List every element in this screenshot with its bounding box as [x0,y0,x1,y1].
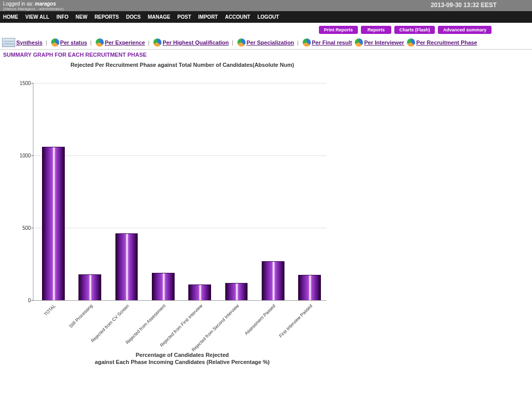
separator: | [297,39,299,46]
sheet-icon [2,38,15,47]
section-title: SUMMARY GRAPH FOR EACH RECRUITMENT PHASE [0,50,532,60]
charts-flash-button[interactable]: Charts (Flash) [394,26,435,34]
separator: | [46,39,47,46]
tab-per-experience[interactable]: Per Experience [105,39,145,46]
y-axis-tick-label: 1000 [13,153,31,158]
login-prefix: Logged in as: [3,1,35,7]
tab-per-final-result[interactable]: Per Final result [312,39,352,46]
pie-chart-icon [96,38,104,47]
top-bar: Logged in as: maragos (Manos Maragkos - … [0,0,532,11]
pie-chart-icon [407,38,415,47]
gridline [33,83,326,84]
main-menu: HOME VIEW ALL INFO NEW REPORTS DOCS MANA… [0,11,532,23]
advanced-summary-button[interactable]: Advanced summary [438,26,492,34]
chart-plot-area: 050010001500TOTALStill ProcessingRejecte… [33,83,326,301]
chart-bar [152,273,175,300]
chart-bar [225,283,248,300]
y-axis-tick-mark [31,300,33,301]
tab-per-recruitment-phase[interactable]: Per Recruitment Phase [416,39,477,46]
login-info: Logged in as: maragos (Manos Maragkos - … [3,1,64,11]
separator: | [90,39,92,46]
x-axis-category-label: First Interview Passed [278,303,313,339]
x-axis-category-label: Rejected from Assessment [125,303,167,345]
pie-chart-icon [355,38,363,47]
chart-bar [188,284,211,300]
y-axis-tick-label: 500 [13,225,31,231]
menu-home[interactable]: HOME [3,14,18,20]
menu-info[interactable]: INFO [56,14,68,20]
menu-manage[interactable]: MANAGE [148,14,170,20]
gridline [33,155,326,156]
second-chart-title-line1: Percentage of Candidates Rejected [136,352,229,358]
second-chart-title: Percentage of Candidates Rejected agains… [20,351,344,366]
menu-import[interactable]: IMPORT [198,14,218,20]
tab-per-status[interactable]: Per status [60,39,87,46]
second-chart-title-line2: against Each Phase Incoming Candidates (… [95,359,269,365]
y-axis-tick-label: 0 [13,298,31,303]
x-axis-category-label: TOTAL [43,303,57,317]
y-axis-tick-mark [31,83,33,84]
separator: | [232,39,233,46]
pie-chart-icon [237,38,245,47]
x-axis-category-label: Assessment Passed [244,303,277,336]
tab-per-interviewer[interactable]: Per Interviewer [364,39,404,46]
print-reports-button[interactable]: Print Reports [319,26,358,34]
chart-bar [42,147,65,300]
reports-button[interactable]: Reports [361,26,391,34]
action-buttons-row: Print Reports Reports Charts (Flash) Adv… [0,23,532,37]
chart-bar [115,233,138,300]
login-username: maragos [35,1,56,7]
pie-chart-icon [51,38,59,47]
menu-viewall[interactable]: VIEW ALL [25,14,49,20]
login-subline: (Manos Maragkos - administrator) [3,7,64,11]
menu-post[interactable]: POST [177,14,191,20]
y-axis-tick-mark [31,228,33,228]
tab-per-specialization[interactable]: Per Specialization [247,39,294,46]
chart-title: Rejected Per Recruitment Phase against T… [20,62,344,68]
chart-bar [78,274,101,300]
y-axis-tick-label: 1500 [13,80,31,86]
menu-reports[interactable]: REPORTS [95,14,119,20]
y-axis-tick-mark [31,155,33,156]
pie-chart-icon [153,38,161,47]
chart-container: 050010001500TOTALStill ProcessingRejecte… [5,83,339,301]
sub-tabs: Synthesis | Per status | Per Experience … [0,37,532,50]
menu-new[interactable]: NEW [75,14,87,20]
x-axis-category-label: Rejected from First Interview [159,303,203,348]
menu-logout[interactable]: LOGOUT [257,14,279,20]
x-axis-category-label: Rejected from CV Screen [90,303,130,343]
chart-bar [298,275,321,300]
timestamp: 2013-09-30 13:32 EEST [431,2,497,9]
chart-bar [262,261,284,300]
separator: | [148,39,149,46]
tab-per-qualification[interactable]: Per Highest Qualification [162,39,229,46]
menu-docs[interactable]: DOCS [126,14,141,20]
x-axis-category-label: Still Processing [68,303,94,329]
tab-synthesis[interactable]: Synthesis [16,39,43,46]
menu-account[interactable]: ACCOUNT [225,14,250,20]
gridline [33,228,326,228]
pie-chart-icon [303,38,311,47]
